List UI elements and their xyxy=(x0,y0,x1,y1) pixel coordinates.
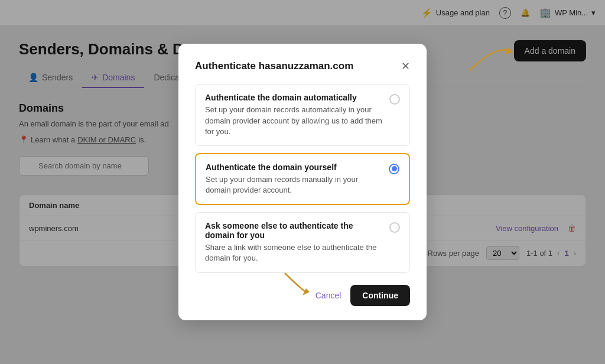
option-auto-text: Authenticate the domain automatically Se… xyxy=(205,93,382,137)
authenticate-modal: Authenticate hasanuzzaman.com ✕ Authenti… xyxy=(178,44,427,320)
modal-overlay: Authenticate hasanuzzaman.com ✕ Authenti… xyxy=(0,0,605,364)
continue-button[interactable]: Continue xyxy=(350,285,410,306)
modal-title: Authenticate hasanuzzaman.com xyxy=(195,60,353,72)
radio-yourself[interactable] xyxy=(389,164,399,174)
option-yourself-text: Authenticate the domain yourself Set up … xyxy=(206,162,382,196)
cancel-button[interactable]: Cancel xyxy=(315,291,341,300)
arrow-graphic-bottom xyxy=(273,267,314,297)
option-yourself[interactable]: Authenticate the domain yourself Set up … xyxy=(195,153,410,205)
option-someone-text: Ask someone else to authenticate the dom… xyxy=(205,221,382,264)
arrow-continue xyxy=(273,267,314,299)
arrow-graphic-top xyxy=(463,41,510,77)
radio-auto[interactable] xyxy=(389,94,400,105)
radio-someone[interactable] xyxy=(389,222,400,233)
radio-dot xyxy=(392,166,397,171)
option-someone[interactable]: Ask someone else to authenticate the dom… xyxy=(195,212,410,272)
option-auto[interactable]: Authenticate the domain automatically Se… xyxy=(195,84,410,146)
close-button[interactable]: ✕ xyxy=(401,61,410,72)
modal-header: Authenticate hasanuzzaman.com ✕ xyxy=(195,60,410,72)
arrow-top-right xyxy=(463,41,510,79)
